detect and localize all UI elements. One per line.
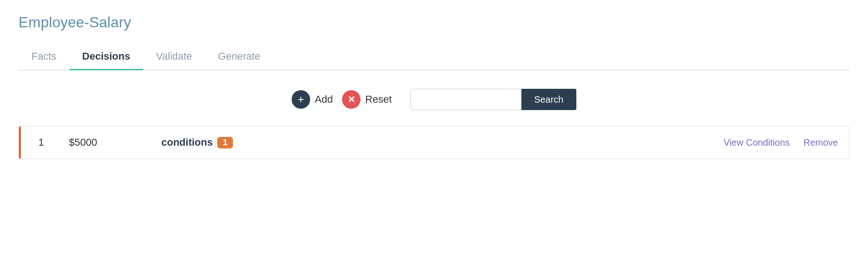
row-value: $5000 (69, 136, 143, 148)
tab-validate[interactable]: Validate (143, 45, 205, 70)
tab-facts[interactable]: Facts (18, 45, 69, 70)
view-conditions-link[interactable]: View Conditions (723, 137, 789, 148)
reset-label: Reset (365, 93, 391, 105)
add-action[interactable]: + Add (292, 90, 333, 109)
data-table: 1 $5000 conditions 1 View Conditions Rem… (18, 126, 850, 159)
tabs-container: Facts Decisions Validate Generate (18, 45, 850, 70)
page-title: Employee-Salary (18, 14, 850, 31)
remove-link[interactable]: Remove (804, 137, 838, 148)
conditions-label: conditions (161, 136, 213, 148)
add-label: Add (315, 93, 333, 105)
row-conditions: conditions 1 (161, 136, 705, 148)
search-button[interactable]: Search (521, 89, 576, 110)
row-index: 1 (32, 136, 50, 148)
toolbar: + Add ✕ Reset Search (18, 84, 850, 115)
search-input[interactable] (410, 89, 521, 110)
table-row: 1 $5000 conditions 1 View Conditions Rem… (19, 126, 849, 159)
page-container: Employee-Salary Facts Decisions Validate… (0, 0, 868, 178)
add-icon: + (292, 90, 310, 109)
tab-decisions[interactable]: Decisions (69, 45, 143, 70)
search-container: Search (410, 89, 576, 110)
reset-icon: ✕ (342, 90, 361, 109)
tab-generate[interactable]: Generate (205, 45, 274, 70)
conditions-badge: 1 (217, 137, 233, 148)
reset-action[interactable]: ✕ Reset (342, 90, 391, 109)
row-actions: View Conditions Remove (723, 137, 838, 148)
